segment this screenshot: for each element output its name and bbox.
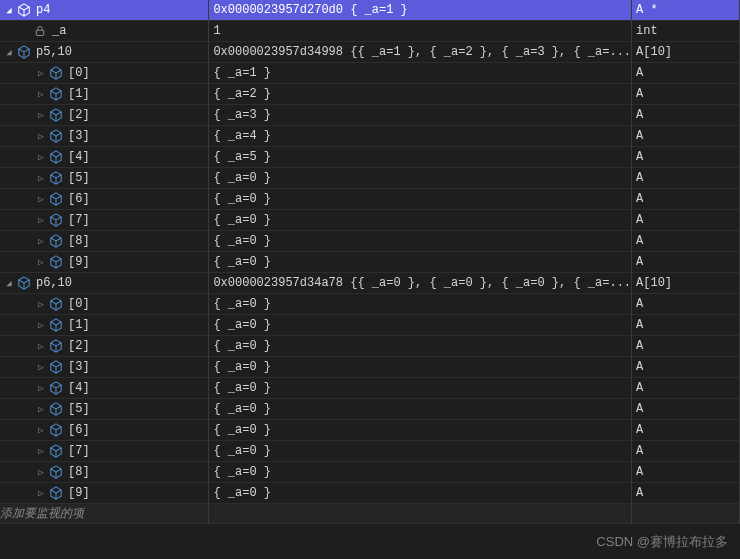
watch-row[interactable]: ▷ [0]{ _a=1 }A: [0, 63, 740, 84]
watch-type: int: [632, 21, 740, 42]
watch-name: [1]: [68, 87, 90, 101]
watch-row[interactable]: ▷ [6]{ _a=0 }A: [0, 189, 740, 210]
watch-window-table: ◢ p40x0000023957d270d0 { _a=1 }A *▷ _a1i…: [0, 0, 740, 524]
expand-arrow-right-icon[interactable]: ▷: [34, 360, 48, 374]
watch-name: [2]: [68, 108, 90, 122]
watch-row[interactable]: ▷ [7]{ _a=0 }A: [0, 210, 740, 231]
watch-value: 0x0000023957d34998 {{ _a=1 }, { _a=2 }, …: [209, 42, 632, 63]
watch-row[interactable]: ◢ p40x0000023957d270d0 { _a=1 }A *: [0, 0, 740, 21]
object-cube-icon: [16, 2, 32, 18]
watch-row[interactable]: ▷ [3]{ _a=4 }A: [0, 126, 740, 147]
watch-type: A: [632, 462, 740, 483]
watch-row[interactable]: ▷ [0]{ _a=0 }A: [0, 294, 740, 315]
expand-arrow-right-icon[interactable]: ▷: [34, 234, 48, 248]
watch-row[interactable]: ▷ [4]{ _a=5 }A: [0, 147, 740, 168]
expand-arrow-right-icon[interactable]: ▷: [34, 486, 48, 500]
expand-arrow-down-icon[interactable]: ◢: [2, 3, 16, 17]
object-cube-icon: [48, 485, 64, 501]
expand-arrow-right-icon[interactable]: ▷: [34, 150, 48, 164]
watch-row[interactable]: ▷ [2]{ _a=3 }A: [0, 105, 740, 126]
watch-row[interactable]: ◢ p5,100x0000023957d34998 {{ _a=1 }, { _…: [0, 42, 740, 63]
object-cube-icon: [48, 254, 64, 270]
watch-row[interactable]: ◢ p6,100x0000023957d34a78 {{ _a=0 }, { _…: [0, 273, 740, 294]
watch-name: p4: [36, 3, 50, 17]
expand-arrow-right-icon[interactable]: ▷: [34, 255, 48, 269]
watch-row[interactable]: ▷ [8]{ _a=0 }A: [0, 231, 740, 252]
watch-name: [3]: [68, 360, 90, 374]
object-cube-icon: [16, 275, 32, 291]
watch-type: A: [632, 105, 740, 126]
watch-value: { _a=0 }: [209, 294, 632, 315]
watch-value: { _a=0 }: [209, 399, 632, 420]
expand-arrow-right-icon[interactable]: ▷: [34, 339, 48, 353]
watch-name: [3]: [68, 129, 90, 143]
watch-name: [0]: [68, 66, 90, 80]
expand-arrow-right-icon[interactable]: ▷: [34, 318, 48, 332]
expand-arrow-right-icon[interactable]: ▷: [34, 108, 48, 122]
watch-row[interactable]: ▷ [2]{ _a=0 }A: [0, 336, 740, 357]
object-cube-icon: [48, 401, 64, 417]
watch-row[interactable]: ▷ [9]{ _a=0 }A: [0, 252, 740, 273]
expand-arrow-right-icon[interactable]: ▷: [34, 66, 48, 80]
expand-arrow-right-icon[interactable]: ▷: [34, 129, 48, 143]
expand-arrow-right-icon[interactable]: ▷: [34, 381, 48, 395]
expand-arrow-right-icon[interactable]: ▷: [34, 171, 48, 185]
object-cube-icon: [48, 191, 64, 207]
watch-name: [5]: [68, 171, 90, 185]
watch-row[interactable]: ▷ [8]{ _a=0 }A: [0, 462, 740, 483]
watch-type: A: [632, 315, 740, 336]
watch-row[interactable]: ▷ [4]{ _a=0 }A: [0, 378, 740, 399]
watch-type: A: [632, 294, 740, 315]
watch-value: 1: [209, 21, 632, 42]
object-cube-icon: [48, 317, 64, 333]
watch-value: { _a=2 }: [209, 84, 632, 105]
watch-name: [9]: [68, 255, 90, 269]
watch-value: { _a=4 }: [209, 126, 632, 147]
object-cube-icon: [48, 443, 64, 459]
watch-value: { _a=0 }: [209, 210, 632, 231]
expand-arrow-right-icon[interactable]: ▷: [34, 402, 48, 416]
expand-arrow-right-icon[interactable]: ▷: [34, 213, 48, 227]
watch-row[interactable]: ▷ _a1int: [0, 21, 740, 42]
watch-type: A: [632, 483, 740, 504]
object-cube-icon: [48, 212, 64, 228]
object-cube-icon: [48, 170, 64, 186]
watch-value: { _a=1 }: [209, 63, 632, 84]
watch-type: A: [632, 420, 740, 441]
expand-arrow-right-icon[interactable]: ▷: [34, 192, 48, 206]
watch-row[interactable]: ▷ [3]{ _a=0 }A: [0, 357, 740, 378]
add-watch-item-label[interactable]: 添加要监视的项: [0, 504, 209, 524]
watch-row[interactable]: ▷ [1]{ _a=2 }A: [0, 84, 740, 105]
watch-name: [6]: [68, 192, 90, 206]
expand-arrow-right-icon[interactable]: ▷: [34, 444, 48, 458]
watch-value: { _a=0 }: [209, 168, 632, 189]
object-cube-icon: [48, 464, 64, 480]
expand-arrow-right-icon[interactable]: ▷: [34, 297, 48, 311]
watch-row[interactable]: ▷ [6]{ _a=0 }A: [0, 420, 740, 441]
watch-type: A *: [632, 0, 740, 21]
watch-value: { _a=0 }: [209, 357, 632, 378]
watch-row[interactable]: ▷ [5]{ _a=0 }A: [0, 399, 740, 420]
watch-row[interactable]: ▷ [7]{ _a=0 }A: [0, 441, 740, 462]
watermark-text: CSDN @赛博拉布拉多: [596, 533, 728, 551]
expand-arrow-right-icon[interactable]: ▷: [34, 423, 48, 437]
expand-arrow-down-icon[interactable]: ◢: [2, 276, 16, 290]
watch-row[interactable]: ▷ [9]{ _a=0 }A: [0, 483, 740, 504]
watch-name: [4]: [68, 150, 90, 164]
watch-row[interactable]: ▷ [5]{ _a=0 }A: [0, 168, 740, 189]
watch-type: A: [632, 147, 740, 168]
watch-name: _a: [52, 24, 66, 38]
watch-value: { _a=0 }: [209, 252, 632, 273]
expand-arrow-down-icon[interactable]: ◢: [2, 45, 16, 59]
expand-arrow-right-icon[interactable]: ▷: [34, 465, 48, 479]
watch-name: p6,10: [36, 276, 72, 290]
object-cube-icon: [48, 86, 64, 102]
watch-name: [5]: [68, 402, 90, 416]
expand-arrow-right-icon[interactable]: ▷: [34, 87, 48, 101]
svg-rect-0: [36, 30, 44, 35]
watch-row[interactable]: ▷ [1]{ _a=0 }A: [0, 315, 740, 336]
watch-name: [9]: [68, 486, 90, 500]
add-watch-item-row[interactable]: 添加要监视的项: [0, 504, 740, 524]
watch-name: [2]: [68, 339, 90, 353]
watch-name: [1]: [68, 318, 90, 332]
